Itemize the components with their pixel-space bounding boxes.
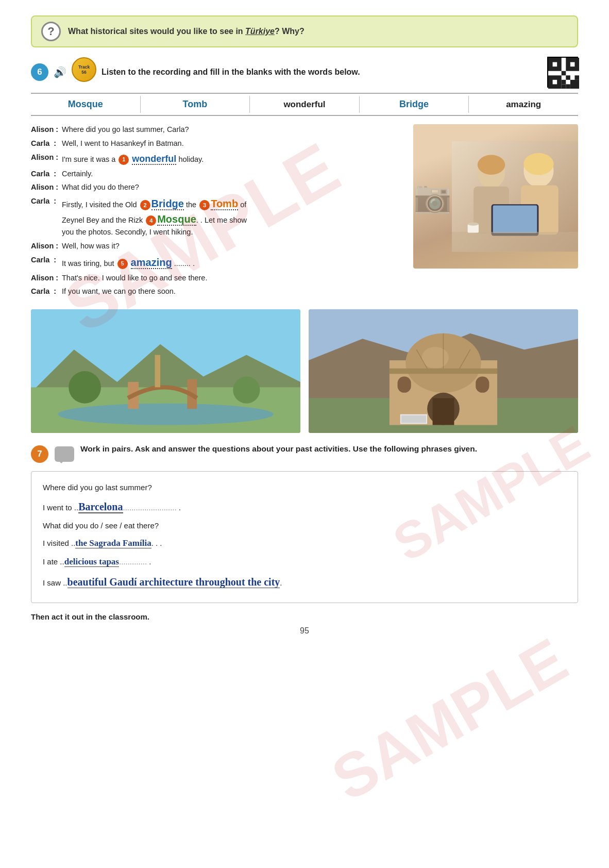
word-tomb: Tomb: [141, 96, 250, 113]
svg-point-43: [422, 347, 449, 369]
women-photo-svg: [452, 124, 578, 269]
phrase-line-6: I saw ..beautiful Gaudí architecture thr…: [43, 572, 566, 592]
phrase-box: Where did you go last summer? I went to …: [31, 471, 578, 603]
dialog-text-6: Firstly, I visited the Old 2Bridge the 3…: [62, 196, 403, 238]
fill-barcelona: Barcelona: [78, 501, 123, 513]
speaker-alison-2: Alison :: [31, 152, 62, 166]
svg-rect-8: [566, 75, 570, 80]
speaker-alison-3: Alison :: [31, 182, 62, 193]
svg-rect-47: [398, 376, 411, 392]
page: SAMPLE SAMPLE SAMPLE ? What historical s…: [0, 0, 609, 868]
svg-rect-13: [562, 84, 566, 89]
dialog-section: Alison : Where did you go last summer, C…: [31, 124, 578, 300]
dialog-line-3: Alison : I'm sure it was a 1 wonderful h…: [31, 152, 403, 166]
photo-landscape: [31, 309, 300, 433]
fill-wonderful: wonderful: [132, 154, 176, 165]
phrase-text-6: I saw ..beautiful Gaudí architecture thr…: [43, 578, 282, 587]
num-4: 4: [146, 215, 156, 226]
speaker-carla-2: Carla :: [31, 169, 62, 180]
dialog-line-6: Carla : Firstly, I visited the Old 2Brid…: [31, 196, 403, 238]
dialog-line-4: Carla : Certainly.: [31, 169, 403, 180]
fill-bridge: Bridge: [151, 198, 184, 210]
dialog-text-8: It was tiring, but 5 amazing ........ .: [62, 255, 403, 270]
dialog-line-5: Alison : What did you do there?: [31, 182, 403, 193]
activity6-instruction: Listen to the recording and fill in the …: [102, 68, 360, 77]
dome-svg: [309, 309, 578, 433]
speaker-alison-4: Alison :: [31, 241, 62, 252]
svg-point-23: [523, 153, 553, 175]
question-banner-text: What historical sites would you like to …: [68, 27, 304, 36]
phrase-line-4: I visited ..the Sagrada Família. . .: [43, 535, 566, 552]
fill-tomb: Tomb: [211, 198, 238, 210]
svg-point-35: [69, 371, 101, 404]
svg-rect-9: [570, 80, 579, 89]
fill-sagrada: the Sagrada Família: [75, 538, 151, 548]
track-badge: Track56: [72, 57, 96, 82]
page-number: 95: [31, 626, 578, 636]
track-badge-area: Track56: [72, 57, 96, 82]
dialog-text-1: Where did you go last summer, Carla?: [62, 124, 403, 136]
activity6-row: 6 🔊 Track56 Listen to the recording and …: [31, 57, 578, 88]
svg-rect-11: [574, 75, 579, 80]
photo-women: [413, 124, 578, 269]
dialog-text-5: What did you do there?: [62, 182, 403, 193]
dialog-text-3: I'm sure it was a 1 wonderful holiday.: [62, 152, 403, 166]
svg-point-26: [468, 223, 479, 226]
speaker-carla-1: Carla :: [31, 138, 62, 149]
activity7-instruction: Work in pairs. Ask and answer the questi…: [80, 444, 578, 454]
phrase-line-3: What did you do / see / eat there?: [43, 518, 566, 533]
dialog-text-2: Well, I went to Hasankeyf in Batman.: [62, 138, 403, 149]
dialog-line-9: Alison : That's nice. I would like to go…: [31, 273, 403, 284]
svg-rect-12: [562, 80, 566, 85]
svg-rect-10: [566, 84, 570, 89]
num-1: 1: [119, 155, 129, 165]
dialog-line-2: Carla : Well, I went to Hasankeyf in Bat…: [31, 138, 403, 149]
dialog-line-8: Carla : It was tiring, but 5 amazing ...…: [31, 255, 403, 270]
svg-rect-46: [433, 398, 454, 425]
qr-code: [547, 57, 578, 88]
word-bank: Mosque Tomb wonderful Bridge amazing: [31, 93, 578, 116]
fill-amazing: amazing: [131, 257, 172, 269]
phrase-line-1: Where did you go last summer?: [43, 480, 566, 495]
dialog-line-7: Alison : Well, how was it?: [31, 241, 403, 252]
word-bridge: Bridge: [360, 96, 469, 113]
word-wonderful: wonderful: [250, 96, 360, 113]
bottom-photos: [31, 309, 578, 433]
fill-gaudi: beautiful Gaudí architecture throughout …: [67, 576, 280, 588]
dialog-text-4: Certainly.: [62, 169, 403, 180]
speaker-carla-4: Carla :: [31, 255, 62, 270]
then-act-text: Then act it out in the classroom.: [31, 612, 578, 621]
svg-rect-44: [390, 369, 497, 374]
dialog-column: Alison : Where did you go last summer, C…: [31, 124, 403, 300]
num-2: 2: [140, 200, 150, 210]
svg-rect-7: [562, 71, 566, 76]
photo-column: [413, 124, 578, 300]
dialog-text-9: That's nice. I would like to go and see …: [62, 273, 403, 284]
speaker-carla-5: Carla :: [31, 286, 62, 297]
activity7-row: 7 Work in pairs. Ask and answer the ques…: [31, 444, 578, 463]
svg-rect-48: [476, 376, 489, 392]
phrase-line-5: I ate ..delicious tapas............. .: [43, 553, 566, 571]
svg-rect-53: [401, 415, 426, 423]
question-mark-circle: ?: [41, 22, 61, 41]
word-amazing: amazing: [469, 96, 578, 113]
phrase-text-3: What did you do / see / eat there?: [43, 521, 159, 530]
speaker-alison-5: Alison :: [31, 273, 62, 284]
num-3: 3: [199, 200, 210, 210]
landscape-svg: [31, 309, 300, 433]
phrase-text-5: I ate ..delicious tapas............. .: [43, 557, 151, 566]
speaker-carla-3: Carla :: [31, 196, 62, 207]
phrase-line-2: I went to ..Barcelona...................…: [43, 496, 566, 517]
speech-bubble-icon: [55, 446, 74, 462]
svg-point-31: [58, 404, 273, 425]
speaker-alison-1: Alison :: [31, 124, 62, 136]
svg-rect-34: [155, 355, 160, 388]
phrase-text-4: I visited ..the Sagrada Família. . .: [43, 539, 162, 547]
audio-icon[interactable]: 🔊: [54, 66, 66, 78]
svg-rect-6: [553, 80, 557, 85]
svg-rect-21: [493, 206, 537, 233]
question-banner: ? What historical sites would you like t…: [31, 15, 578, 47]
fill-mosque: Mosque: [157, 213, 196, 226]
svg-rect-2: [553, 62, 557, 67]
activity7-number: 7: [31, 445, 48, 463]
